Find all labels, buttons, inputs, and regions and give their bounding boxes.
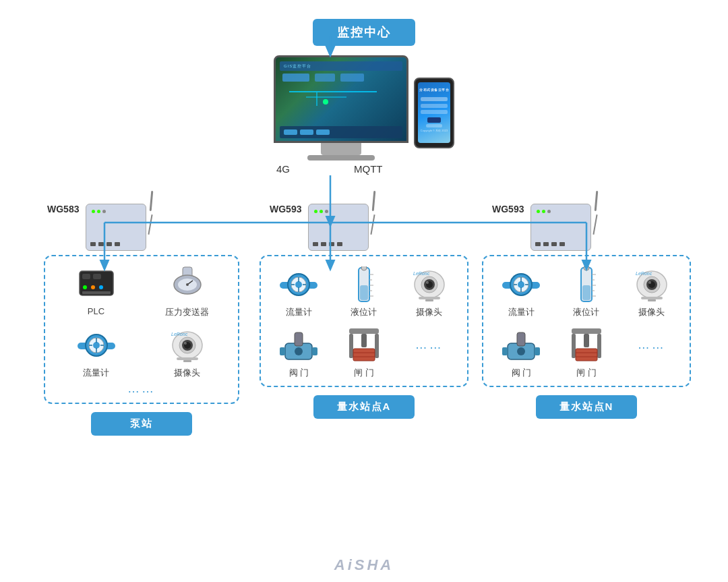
svg-point-74: [518, 281, 524, 288]
svg-rect-64: [349, 328, 379, 334]
svg-rect-98: [535, 347, 540, 355]
station-n-box: 流量计: [482, 255, 691, 387]
svg-rect-65: [349, 334, 353, 358]
gateway-device-wg583: [86, 204, 146, 251]
svg-rect-97: [502, 347, 508, 355]
svg-rect-56: [419, 297, 440, 299]
svg-rect-60: [295, 332, 303, 346]
station-n-column: WG593: [485, 204, 688, 419]
device-pressure-transmitter: 压力变送器: [165, 266, 209, 318]
device-camera-a: LeRonc 摄像头: [408, 266, 451, 318]
svg-rect-8: [82, 274, 90, 279]
pump-more-dots: ……: [52, 382, 231, 396]
station-a-dots: …… .: [415, 326, 444, 379]
control-center-label: 监控中心: [313, 19, 415, 46]
svg-point-55: [426, 281, 429, 284]
svg-rect-93: [648, 299, 656, 301]
svg-rect-102: [597, 334, 601, 358]
svg-rect-80: [582, 285, 590, 300]
svg-rect-61: [280, 347, 285, 355]
svg-rect-66: [375, 334, 379, 358]
device-flowmeter-pump: 流量计: [75, 326, 118, 379]
pump-station-column: WG583: [40, 204, 243, 436]
device-valve-a: 阀 门: [277, 326, 320, 379]
svg-text:LeRonc: LeRonc: [636, 271, 653, 276]
svg-rect-57: [425, 299, 433, 301]
svg-point-86: [584, 266, 589, 270]
svg-point-31: [184, 342, 187, 345]
station-n-label: 量水站点N: [536, 395, 637, 419]
station-a-label: 量水站点A: [313, 395, 415, 419]
svg-rect-68: [353, 349, 375, 361]
station-a-column: WG593: [263, 204, 465, 419]
svg-rect-104: [576, 349, 597, 361]
svg-point-11: [91, 285, 95, 289]
device-gate-a: 闸 门: [342, 326, 386, 379]
gateway-device-wg593-n: [530, 204, 591, 251]
svg-point-50: [361, 266, 367, 270]
svg-rect-92: [641, 297, 663, 299]
device-camera-n: LeRonc 摄像头: [630, 266, 673, 318]
device-gate-n: 闸 门: [565, 326, 608, 379]
svg-rect-67: [361, 334, 367, 347]
phone-device: 分布式设备云平台 Copyright © 系统 2023: [414, 78, 454, 148]
device-plc: PLC: [75, 266, 118, 318]
svg-point-91: [648, 281, 651, 284]
svg-rect-100: [572, 328, 601, 334]
pump-station-label: 泵站: [91, 412, 192, 436]
diagram-wrapper: 监控中心 GIS监控平台: [0, 0, 728, 582]
gateway-label-wg583: WG583: [47, 204, 79, 214]
svg-text:LeRonc: LeRonc: [171, 332, 188, 337]
svg-point-22: [93, 342, 100, 349]
svg-text:LeRonc: LeRonc: [413, 271, 430, 276]
station-a-box: 流量计: [260, 255, 468, 387]
aisha-watermark: AiSHA: [334, 556, 394, 574]
device-flowmeter-a: 流量计: [277, 266, 320, 318]
gateway-device-wg593-a: [308, 204, 369, 251]
gateway-label-wg593-n: WG593: [492, 204, 524, 214]
device-camera-pump: LeRonc 摄像头: [166, 326, 209, 379]
device-level-a: 液位计: [342, 266, 386, 318]
svg-rect-101: [572, 334, 576, 358]
svg-point-10: [83, 285, 87, 289]
svg-rect-96: [517, 332, 525, 346]
device-level-n: 液位计: [565, 266, 608, 318]
label-mqtt: MQTT: [354, 163, 383, 175]
svg-rect-32: [177, 357, 198, 360]
label-4g: 4G: [276, 163, 290, 175]
device-valve-n: 阀 门: [499, 326, 543, 379]
device-flowmeter-n: 流量计: [499, 266, 543, 318]
svg-rect-44: [360, 285, 368, 300]
gateway-label-wg593-a: WG593: [270, 204, 301, 214]
svg-point-12: [99, 285, 103, 289]
monitor: GIS监控平台: [274, 55, 408, 161]
station-n-dots: …… .: [638, 326, 666, 379]
svg-point-63: [295, 347, 303, 355]
svg-rect-33: [183, 360, 191, 362]
svg-point-38: [295, 281, 302, 288]
svg-rect-9: [93, 274, 101, 279]
pump-station-box: PLC: [44, 255, 239, 404]
svg-rect-103: [584, 334, 589, 347]
svg-rect-62: [312, 347, 317, 355]
svg-point-99: [517, 347, 525, 355]
svg-rect-13: [82, 291, 111, 294]
svg-point-18: [186, 283, 189, 286]
